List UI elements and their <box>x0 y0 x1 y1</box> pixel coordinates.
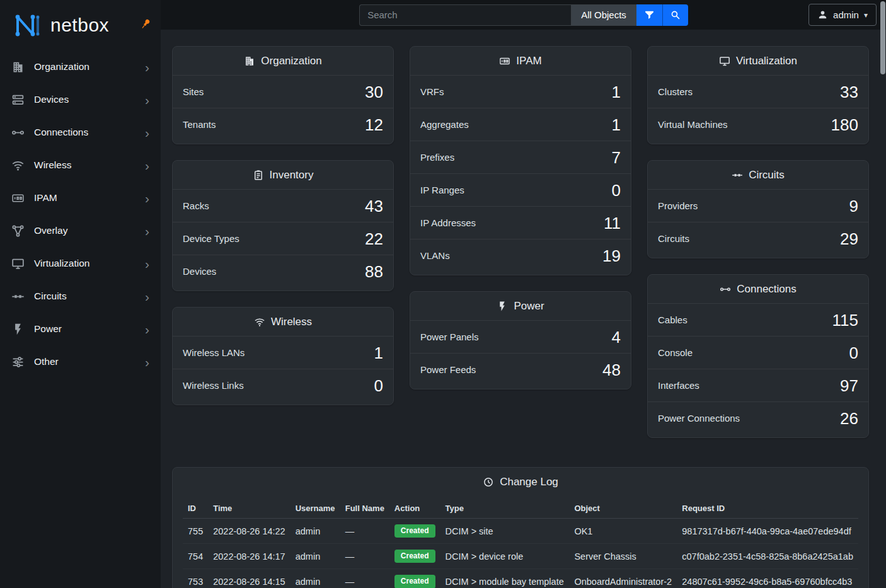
stat-value[interactable]: 48 <box>602 362 621 378</box>
tune-icon <box>11 355 25 369</box>
stat-label: Interfaces <box>658 380 699 391</box>
changelog-id-link[interactable]: 754 <box>183 544 208 569</box>
connections-icon <box>720 284 731 295</box>
changelog-id-link[interactable]: 755 <box>183 519 208 544</box>
stat-row-power-connections[interactable]: Power Connections 26 <box>648 401 868 434</box>
brand[interactable]: netbox <box>0 0 161 50</box>
stat-value[interactable]: 97 <box>840 378 858 394</box>
stat-value[interactable]: 115 <box>832 312 858 328</box>
sidebar-item-circuits[interactable]: Circuits › <box>0 280 161 313</box>
sidebar-item-ipam[interactable]: IPAM › <box>0 182 161 214</box>
stat-value[interactable]: 0 <box>612 182 621 199</box>
sidebar-item-label: Wireless <box>34 159 135 171</box>
stat-row-device-types[interactable]: Device Types 22 <box>173 222 393 255</box>
stat-row-providers[interactable]: Providers 9 <box>648 189 868 222</box>
search-icon <box>670 9 681 20</box>
stat-row-power-feeds[interactable]: Power Feeds 48 <box>410 353 631 386</box>
search-button[interactable] <box>662 4 688 26</box>
stat-row-devices[interactable]: Devices 88 <box>173 255 393 287</box>
changelog-object-link[interactable]: Server Chassis <box>569 544 677 569</box>
circuits-card: Circuits Providers 9 Circuits 29 <box>647 160 869 258</box>
stat-row-console[interactable]: Console 0 <box>648 336 868 369</box>
object-type-select[interactable]: All Objects <box>571 4 636 26</box>
table-header-row: ID Time Username Full Name Action Type O… <box>183 499 858 519</box>
changelog-id-link[interactable]: 753 <box>183 569 208 588</box>
sidebar-item-other[interactable]: Other › <box>0 345 161 378</box>
sidebar-item-connections[interactable]: Connections › <box>0 116 161 149</box>
stat-value[interactable]: 180 <box>831 117 858 133</box>
stat-value[interactable]: 43 <box>365 198 383 214</box>
changelog-time-link[interactable]: 2022-08-26 14:15 <box>208 569 291 588</box>
changelog-username: admin <box>291 569 340 588</box>
stat-row-virtual-machines[interactable]: Virtual Machines 180 <box>648 108 868 141</box>
stat-row-aggregates[interactable]: Aggregates 1 <box>410 108 631 141</box>
stat-row-vlans[interactable]: VLANs 19 <box>410 239 631 272</box>
sidebar-item-label: Devices <box>34 94 135 105</box>
changelog-time-link[interactable]: 2022-08-26 14:17 <box>208 544 291 569</box>
sidebar-item-wireless[interactable]: Wireless › <box>0 149 161 182</box>
stat-value[interactable]: 30 <box>365 84 383 100</box>
card-title-text: Inventory <box>270 169 314 182</box>
sidebar-item-label: IPAM <box>34 192 135 204</box>
stat-value[interactable]: 22 <box>365 231 383 247</box>
changelog-object-link[interactable]: OK1 <box>569 519 677 544</box>
sidebar-item-devices[interactable]: Devices › <box>0 83 161 116</box>
stat-value[interactable]: 1 <box>612 117 621 133</box>
stat-value[interactable]: 29 <box>840 231 858 247</box>
stat-row-tenants[interactable]: Tenants 12 <box>173 108 393 141</box>
stat-value[interactable]: 1 <box>374 345 383 361</box>
stat-row-clusters[interactable]: Clusters 33 <box>648 75 868 108</box>
stat-value[interactable]: 88 <box>365 263 383 280</box>
sidebar-item-label: Overlay <box>34 225 135 236</box>
wireless-card: Wireless Wireless LANs 1 Wireless Links … <box>172 307 394 405</box>
stat-row-ip-ranges[interactable]: IP Ranges 0 <box>410 173 631 206</box>
stat-label: Racks <box>183 200 209 211</box>
changelog-action: Created <box>389 544 440 569</box>
stat-row-sites[interactable]: Sites 30 <box>173 75 393 108</box>
stat-row-power-panels[interactable]: Power Panels 4 <box>410 320 631 353</box>
search-input[interactable] <box>359 4 571 26</box>
changelog-time-link[interactable]: 2022-08-26 14:22 <box>208 519 291 544</box>
column-header-object: Object <box>569 499 677 519</box>
stat-value[interactable]: 19 <box>602 248 621 264</box>
stat-value[interactable]: 9 <box>849 198 858 214</box>
stat-value[interactable]: 12 <box>365 117 383 133</box>
brand-name: netbox <box>50 14 109 36</box>
stat-row-cables[interactable]: Cables 115 <box>648 303 868 336</box>
stat-label: IP Ranges <box>420 185 464 195</box>
stat-row-prefixes[interactable]: Prefixes 7 <box>410 141 631 173</box>
stat-value[interactable]: 11 <box>604 215 621 231</box>
stat-value[interactable]: 33 <box>840 84 858 100</box>
changelog-request-id-link[interactable]: c07f0ab2-2351-4c58-825a-8b6a2425a1ab <box>677 544 858 569</box>
changelog-title: Change Log <box>173 468 868 496</box>
changelog-request-id-link[interactable]: 9817317d-b67f-440a-99ca-4ae07ede94df <box>677 519 858 544</box>
stat-row-ip-addresses[interactable]: IP Addresses 11 <box>410 206 631 239</box>
filter-button[interactable] <box>636 4 662 26</box>
stat-value[interactable]: 4 <box>612 329 621 345</box>
stat-row-wireless-links[interactable]: Wireless Links 0 <box>173 369 393 401</box>
stats-column-2: IPAM VRFs 1 Aggregates 1 Prefixes 7 <box>410 46 631 438</box>
stat-value[interactable]: 0 <box>374 378 383 394</box>
stat-row-vrfs[interactable]: VRFs 1 <box>410 75 631 108</box>
stat-row-wireless-lans[interactable]: Wireless LANs 1 <box>173 336 393 369</box>
stat-row-circuits[interactable]: Circuits 29 <box>648 222 868 255</box>
sidebar-item-power[interactable]: Power › <box>0 313 161 345</box>
table-row: 755 2022-08-26 14:22 admin — Created DCI… <box>183 519 858 544</box>
page-scrollbar[interactable] <box>880 1 885 74</box>
history-icon <box>483 476 494 488</box>
changelog-request-id-link[interactable]: 24807c61-9952-49c6-b8a5-69760bfcc4b3 <box>677 569 858 588</box>
user-menu[interactable]: admin ▾ <box>808 4 877 26</box>
stat-value[interactable]: 1 <box>612 84 621 100</box>
stat-value[interactable]: 7 <box>612 149 621 166</box>
changelog-card: Change Log ID Time Username Full Name Ac… <box>172 467 869 588</box>
pin-icon[interactable] <box>139 18 152 30</box>
flash-icon <box>497 301 508 312</box>
stat-row-racks[interactable]: Racks 43 <box>173 189 393 222</box>
stat-row-interfaces[interactable]: Interfaces 97 <box>648 369 868 401</box>
stat-value[interactable]: 26 <box>840 410 858 427</box>
stat-value[interactable]: 0 <box>849 345 858 361</box>
sidebar-item-overlay[interactable]: Overlay › <box>0 214 161 247</box>
user-label: admin <box>833 9 859 20</box>
sidebar-item-virtualization[interactable]: Virtualization › <box>0 247 161 280</box>
sidebar-item-organization[interactable]: Organization › <box>0 50 161 83</box>
